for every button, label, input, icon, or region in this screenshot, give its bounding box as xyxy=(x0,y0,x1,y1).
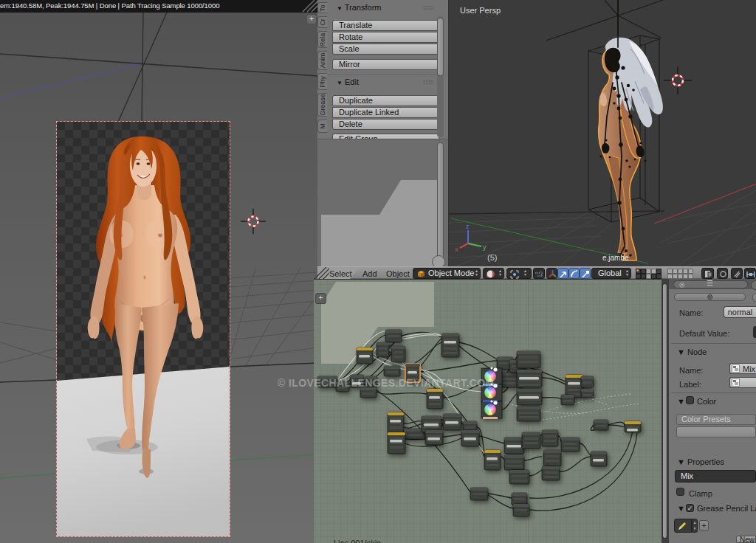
svg-text:User Persp: User Persp xyxy=(460,6,501,15)
svg-text:(5): (5) xyxy=(487,253,497,262)
svg-text:e.jambe: e.jambe xyxy=(602,254,629,262)
svg-text:z: z xyxy=(466,223,470,230)
svg-text:y: y xyxy=(483,243,487,251)
svg-text:x: x xyxy=(455,246,458,253)
